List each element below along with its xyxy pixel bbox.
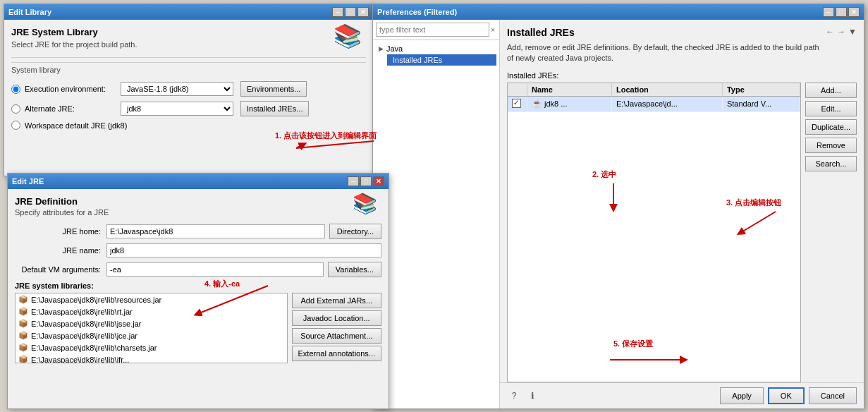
books-icon: 📚 (334, 23, 362, 49)
jre-books-icon: 📚 (353, 192, 377, 215)
lib-icon: 📦 (18, 295, 28, 304)
col-type: Type (723, 83, 800, 96)
filter-input[interactable] (376, 23, 489, 37)
variables-button[interactable]: Variables... (328, 262, 381, 277)
jres-cell-location: E:\Javaspace\jd... (612, 97, 723, 110)
apply-button[interactable]: Apply (720, 387, 764, 404)
edit-library-title: Edit Library (8, 8, 51, 16)
jre-home-input[interactable] (106, 224, 325, 238)
filter-clear-btn[interactable]: × (489, 25, 496, 35)
installed-jres-button[interactable]: Installed JREs... (240, 101, 309, 116)
lib-path: E:\Javaspace\jdk8\jre\lib\jfr... (31, 356, 129, 364)
lib-item[interactable]: 📦 E:\Javaspace\jdk8\jre\lib\charsets.jar (16, 341, 287, 353)
tree-installed-jres-label: Installed JREs (393, 56, 442, 64)
lib-icon: 📦 (18, 307, 28, 316)
lib-item[interactable]: 📦 E:\Javaspace\jdk8\jre\lib\rt.jar (16, 305, 287, 317)
nav-forward-btn[interactable]: → (837, 27, 845, 37)
edit-library-window: Edit Library ─ □ ✕ 📚 JRE System Library … (4, 4, 374, 176)
col-name: Name (527, 83, 612, 96)
jre-name-input[interactable] (106, 243, 381, 258)
bottom-icons: ? ℹ (507, 389, 539, 403)
alt-jre-radio[interactable] (11, 104, 20, 114)
source-attachment-button[interactable]: Source Attachment... (292, 328, 381, 344)
jres-row[interactable]: ☕ jdk8 ... E:\Javaspace\jd... Standard V… (508, 97, 800, 112)
cancel-button[interactable]: Cancel (809, 387, 857, 404)
close-btn[interactable]: ✕ (357, 7, 369, 17)
edit-jre-button[interactable]: Edit... (805, 101, 857, 116)
preferences-titlebar: Preferences (Filtered) ─ □ ✕ (373, 4, 864, 20)
col-location: Location (612, 83, 723, 96)
javadoc-location-button[interactable]: Javadoc Location... (292, 310, 381, 326)
jre-library-sub: Select JRE for the project build path. (11, 40, 366, 49)
jre-libs-buttons: Add External JARs... Javadoc Location...… (292, 293, 381, 363)
nav-arrows: ← → ▼ (826, 27, 857, 37)
lib-icon: 📦 (18, 319, 28, 328)
lib-icon: 📦 (18, 355, 28, 363)
minimize-btn[interactable]: ─ (332, 7, 343, 17)
workspace-jre-radio[interactable] (11, 121, 20, 130)
lib-item[interactable]: 📦 E:\Javaspace\jdk8\jre\lib\resources.ja… (16, 293, 287, 305)
prefs-left-panel: × ▶ Java Installed JREs (373, 20, 500, 408)
jres-cell-type: Standard V... (723, 97, 800, 110)
search-jre-button[interactable]: Search... (805, 156, 857, 171)
jre-libs-list[interactable]: 📦 E:\Javaspace\jdk8\jre\lib\resources.ja… (15, 293, 288, 363)
lib-path: E:\Javaspace\jdk8\jre\lib\resources.jar (31, 296, 161, 304)
prefs-minimize-btn[interactable]: ─ (823, 7, 834, 17)
exec-env-select[interactable]: JavaSE-1.8 (jdk8) (121, 82, 233, 96)
info-icon-btn[interactable]: ℹ (525, 389, 539, 403)
jre-def-sub: Specify attributes for a JRE (15, 208, 381, 217)
jres-table: Name Location Type ☕ jdk8 ... (507, 83, 801, 382)
preferences-window: Preferences (Filtered) ─ □ ✕ × ▶ Java (372, 4, 864, 409)
external-annotations-button[interactable]: External annotations... (292, 346, 381, 361)
add-ext-jars-button[interactable]: Add External JARs... (292, 293, 381, 308)
edit-jre-titlebar: Edit JRE ─ □ ✕ (8, 174, 389, 189)
jre-libs-area: 📦 E:\Javaspace\jdk8\jre\lib\resources.ja… (15, 293, 381, 363)
edit-jre-window: Edit JRE ─ □ ✕ 📚 JRE Definition Specify … (7, 173, 389, 409)
jre-maximize-btn[interactable]: □ (360, 176, 372, 186)
jre-library-title: JRE System Library (11, 27, 366, 37)
jre-name-label: JRE name: (15, 246, 106, 255)
maximize-btn[interactable]: □ (345, 7, 356, 17)
edit-jre-title-text: Edit JRE (12, 177, 44, 186)
preferences-title: Preferences (Filtered) (377, 8, 457, 16)
jre-minimize-btn[interactable]: ─ (348, 176, 359, 186)
jre-close-btn[interactable]: ✕ (373, 176, 384, 186)
lib-item[interactable]: 📦 E:\Javaspace\jdk8\jre\lib\jce.jar (16, 329, 287, 341)
nav-back-btn[interactable]: ← (826, 27, 834, 37)
filter-bar: × (373, 20, 499, 40)
jres-checkbox[interactable] (512, 99, 521, 108)
lib-item[interactable]: 📦 E:\Javaspace\jdk8\jre\lib\jsse.jar (16, 317, 287, 329)
jres-cell-check (508, 97, 527, 111)
vm-args-input[interactable] (106, 262, 324, 277)
jres-table-body: ☕ jdk8 ... E:\Javaspace\jd... Standard V… (508, 97, 800, 382)
environments-button[interactable]: Environments... (240, 81, 307, 97)
exec-env-label: Execution environment: (25, 85, 116, 93)
vm-args-label: Default VM arguments: (15, 265, 106, 274)
tree-java-label: Java (386, 44, 403, 53)
prefs-maximize-btn[interactable]: □ (836, 7, 847, 17)
system-library-label: System library (11, 62, 366, 77)
jres-table-header: Name Location Type (508, 83, 800, 97)
add-jre-button[interactable]: Add... (805, 83, 857, 98)
duplicate-jre-button[interactable]: Duplicate... (805, 119, 857, 135)
prefs-close-btn[interactable]: ✕ (848, 7, 860, 17)
installed-jres-label: Installed JREs: (507, 71, 826, 80)
lib-path: E:\Javaspace\jdk8\jre\lib\jsse.jar (31, 320, 142, 328)
alt-jre-select[interactable]: jdk8 (121, 102, 233, 116)
workspace-jre-label: Workspace default JRE (jdk8) (25, 121, 127, 130)
jre-home-label: JRE home: (15, 227, 106, 236)
help-icon-btn[interactable]: ? (507, 389, 521, 403)
lib-item[interactable]: 📦 E:\Javaspace\jdk8\jre\lib\jfr... (16, 353, 287, 363)
directory-button[interactable]: Directory... (329, 224, 381, 239)
lib-path: E:\Javaspace\jdk8\jre\lib\charsets.jar (31, 344, 157, 352)
tree-installed-jres-item[interactable]: Installed JREs (387, 54, 496, 66)
lib-path: E:\Javaspace\jdk8\jre\lib\rt.jar (31, 308, 133, 316)
jre-def-title: JRE Definition (15, 196, 381, 207)
jres-cell-name: ☕ jdk8 ... (527, 97, 612, 111)
remove-jre-button[interactable]: Remove (805, 138, 857, 153)
exec-env-radio[interactable] (11, 85, 20, 94)
tree-java-item[interactable]: ▶ Java (376, 43, 496, 54)
nav-down-btn[interactable]: ▼ (848, 27, 857, 37)
edit-library-titlebar: Edit Library ─ □ ✕ (4, 4, 373, 20)
ok-button[interactable]: OK (768, 387, 805, 404)
